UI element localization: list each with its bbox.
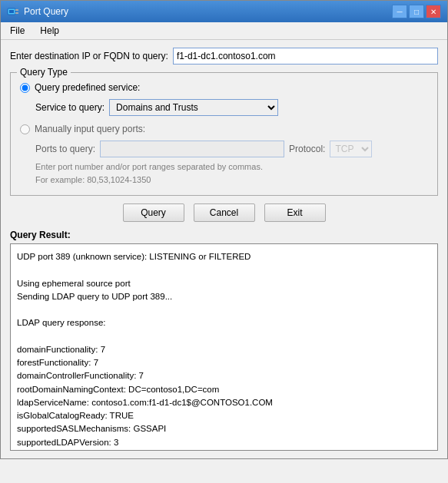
- title-bar-buttons: ─ □ ✕: [392, 5, 441, 18]
- radio-predefined-row: Query predefined service:: [20, 82, 428, 93]
- title-bar-left: Port Query: [7, 5, 68, 18]
- result-label: Query Result:: [10, 230, 438, 240]
- query-button[interactable]: Query: [123, 203, 184, 222]
- radio-manual-label[interactable]: Manually input query ports:: [35, 124, 145, 134]
- service-label: Service to query:: [35, 102, 105, 113]
- destination-row: Enter destination IP or FQDN to query:: [10, 48, 438, 65]
- ports-row: Ports to query: Protocol: TCP UDP Both: [35, 141, 428, 157]
- dest-input[interactable]: [173, 48, 438, 65]
- main-content: Enter destination IP or FQDN to query: Q…: [1, 40, 447, 458]
- ports-label: Ports to query:: [35, 144, 95, 154]
- svg-rect-1: [9, 10, 14, 13]
- hint-line2: For example: 80,53,1024-1350: [35, 175, 151, 184]
- svg-rect-2: [15, 9, 18, 11]
- query-type-group: Query Type Query predefined service: Ser…: [10, 72, 438, 196]
- dest-label: Enter destination IP or FQDN to query:: [10, 51, 168, 61]
- minimize-button[interactable]: ─: [392, 5, 407, 18]
- window-title: Port Query: [24, 6, 68, 17]
- radio-predefined[interactable]: [20, 83, 30, 93]
- cancel-button[interactable]: Cancel: [194, 203, 255, 222]
- exit-button[interactable]: Exit: [264, 203, 326, 222]
- hint-line1: Enter port number and/or port ranges sep…: [35, 162, 263, 171]
- group-label: Query Type: [17, 67, 71, 78]
- menu-file[interactable]: File: [4, 24, 31, 38]
- service-row: Service to query: Domains and Trusts DNS…: [35, 99, 428, 116]
- svg-rect-3: [15, 12, 18, 14]
- radio-manual[interactable]: [20, 124, 30, 134]
- radio-predefined-label[interactable]: Query predefined service:: [35, 82, 140, 93]
- button-row: Query Cancel Exit: [10, 203, 438, 222]
- ports-input[interactable]: [100, 141, 284, 157]
- main-window: Port Query ─ □ ✕ File Help Enter destina…: [0, 0, 448, 459]
- result-box[interactable]: UDP port 389 (unknown service): LISTENIN…: [10, 243, 438, 451]
- service-select[interactable]: Domains and Trusts DNS FTP HTTP HTTPS IM…: [109, 99, 278, 116]
- title-bar: Port Query ─ □ ✕: [1, 1, 447, 22]
- maximize-button[interactable]: □: [409, 5, 424, 18]
- app-icon: [7, 5, 19, 18]
- menu-bar: File Help: [1, 22, 447, 40]
- radio-manual-row: Manually input query ports:: [20, 124, 428, 134]
- protocol-select[interactable]: TCP UDP Both: [330, 141, 372, 157]
- menu-help[interactable]: Help: [34, 24, 65, 38]
- protocol-label: Protocol:: [289, 144, 325, 154]
- hint-text: Enter port number and/or port ranges sep…: [35, 160, 428, 186]
- close-button[interactable]: ✕: [426, 5, 441, 18]
